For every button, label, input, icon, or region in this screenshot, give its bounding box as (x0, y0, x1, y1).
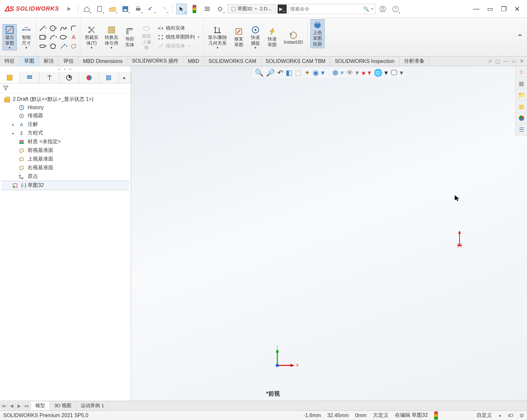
prev-view-icon[interactable]: ↶ (277, 69, 283, 77)
offset-entities-button[interactable]: 等距 实体 (123, 26, 137, 48)
select-button[interactable] (176, 4, 187, 14)
repair-sketch-button[interactable]: 修复 草图 (232, 26, 246, 48)
feature-manager-tab[interactable] (0, 72, 20, 83)
viewport[interactable]: 🔍 🔎 ↶ ◧ ⬚ ✦ ◉ ▾ ⬢ ▾ 👁 ▾ ● ▾ 🌐 ▾ 🖵 ▾ ⌂ ▦ … (131, 66, 527, 401)
tree-right-plane[interactable]: 右视基准面 (10, 163, 130, 172)
minimize-button[interactable]: — (473, 5, 479, 13)
tree-equations[interactable]: ▸Σ方程式 (10, 129, 130, 137)
home-button[interactable] (81, 4, 92, 14)
tab-motion-study[interactable]: 运动算例 1 (76, 401, 109, 410)
hide-show-icon[interactable]: ⬢ ▾ (332, 69, 344, 77)
tab-sketch[interactable]: 草图 (20, 57, 39, 66)
tab-annotate[interactable]: 标注 (39, 57, 59, 66)
tree-front-plane[interactable]: 前视基准面 (10, 146, 130, 155)
tree-sensors[interactable]: 传感器 (10, 111, 130, 120)
tree-root[interactable]: 2.Draft (默认<<默认>_显示状态 1>) (1, 95, 130, 104)
tab-evaluate[interactable]: 评估 (59, 57, 78, 66)
config-manager-tab[interactable] (40, 72, 59, 83)
instant3d-button[interactable]: Instant3D (282, 29, 305, 45)
tree-history[interactable]: History (10, 104, 130, 111)
panel-grip[interactable]: • • • (0, 66, 131, 72)
plane-tool[interactable] (70, 42, 77, 50)
options-button[interactable] (215, 4, 226, 14)
cam-manager-tab[interactable] (99, 72, 119, 83)
play-button[interactable] (64, 4, 75, 14)
file-explorer-icon[interactable]: 📁 (516, 89, 527, 101)
polygon-tool[interactable] (49, 42, 57, 50)
slot-tool[interactable]: ▾ (39, 42, 47, 50)
custom-props-icon[interactable]: ☰ (516, 124, 527, 136)
search-icon[interactable]: 🔍 (363, 6, 369, 12)
tab-prev-icon[interactable]: ◀ (8, 403, 15, 409)
save-button[interactable] (120, 4, 131, 14)
doc-min-icon[interactable]: — (503, 58, 508, 64)
scene-icon[interactable]: 🌐 ▾ (374, 69, 388, 77)
tab-features[interactable]: 特征 (0, 57, 20, 66)
text-tool[interactable]: A (70, 33, 77, 41)
spline-tool[interactable]: ▾ (59, 24, 67, 32)
close-button[interactable]: ✕ (514, 5, 520, 13)
linear-pattern-button[interactable]: 线性草图阵列▾ (156, 33, 201, 41)
line-tool[interactable]: ▾ (39, 24, 47, 32)
doc-max-icon[interactable]: ▭ (512, 58, 516, 64)
shaded-sketch-button[interactable]: 上色 草图 轮廓 (310, 19, 325, 48)
display-manager-tab[interactable] (79, 72, 99, 83)
help-button[interactable]: ? (390, 4, 401, 14)
section-view-icon[interactable]: ◧ (286, 69, 292, 77)
new-button[interactable] (94, 4, 105, 14)
rapid-sketch-button[interactable]: 快速 草图 (265, 26, 279, 48)
maximize-button[interactable]: ▭ (487, 5, 493, 13)
view-settings-icon[interactable]: 🖵 ▾ (390, 69, 403, 77)
circle-tool[interactable]: ▾ (49, 24, 57, 32)
doc-popout-icon[interactable]: ⬀ (488, 58, 492, 64)
print-button[interactable] (133, 4, 144, 14)
status-more-icon[interactable]: ⊙ (520, 412, 524, 418)
search-input[interactable] (290, 6, 363, 12)
mirror-button[interactable]: 镜向实体 (156, 24, 186, 32)
trim-button[interactable]: 剪裁实 体(T)▼ (83, 24, 100, 50)
tab-analysis-prep[interactable]: 分析准备 (399, 57, 429, 66)
point-tool[interactable]: ▾ (59, 42, 67, 50)
rebuild-button[interactable] (202, 4, 213, 14)
dynamic-annot-icon[interactable]: ⬚ (295, 69, 302, 77)
tab-sw-addins[interactable]: SOLIDWORKS 插件 (128, 57, 183, 66)
sw-resources-icon[interactable]: ⌂ (516, 66, 527, 78)
tab-mbd-dimensions[interactable]: MBD Dimensions (78, 57, 128, 66)
view-eye-icon[interactable]: 👁 ▾ (346, 69, 359, 77)
redo-button[interactable] (158, 4, 169, 14)
ellipse-tool[interactable]: ▾ (59, 33, 67, 41)
command-prompt-icon[interactable]: ▶_ (278, 4, 287, 13)
user-button[interactable] (377, 4, 388, 14)
restore-button[interactable]: ❐ (501, 5, 507, 13)
tab-sw-inspection[interactable]: SOLIDWORKS Inspection (330, 57, 399, 66)
exit-sketch-button[interactable]: 退出 草图 ▼ (3, 24, 17, 50)
tab-model[interactable]: 模型 (31, 401, 50, 410)
document-tab[interactable]: 草图32 ← 2.D… (228, 4, 276, 13)
doc-restore-icon[interactable]: ▢ (495, 58, 500, 64)
tree-origin[interactable]: 原点 (10, 172, 130, 181)
tab-sw-cam-tbm[interactable]: SOLIDWORKS CAM TBM (261, 57, 330, 66)
doc-close-icon[interactable]: ✕ (520, 58, 524, 64)
tree-material[interactable]: 材质 <未指定> (10, 137, 130, 146)
tree-top-plane[interactable]: 上视基准面 (10, 155, 130, 163)
appearances-icon[interactable] (516, 112, 527, 124)
tab-last-icon[interactable]: ⏭ (23, 403, 31, 409)
tab-next-icon[interactable]: ▶ (15, 403, 23, 409)
quick-snap-button[interactable]: 快速 捕捉▼ (248, 24, 263, 50)
rebuild-traffic-icon[interactable] (434, 411, 438, 420)
zoom-fit-icon[interactable]: 🔍 (255, 69, 264, 77)
property-manager-tab[interactable] (20, 72, 40, 83)
tab-first-icon[interactable]: ⏮ (0, 403, 8, 409)
status-tag-icon[interactable]: 🏷 (508, 413, 513, 418)
zoom-area-icon[interactable]: 🔎 (266, 69, 275, 77)
tree-annotations[interactable]: ▸A注解 (10, 120, 130, 129)
display-relations-button[interactable]: 显示/删除 几何关系▼ (206, 24, 229, 50)
fillet-tool[interactable] (70, 24, 77, 32)
tab-mbd[interactable]: MBD (183, 57, 204, 66)
rectangle-tool[interactable]: ▾ (39, 33, 47, 41)
display-style-icon[interactable]: ◉ ▾ (313, 69, 324, 77)
tree-filter[interactable] (0, 83, 131, 93)
view-palette-icon[interactable]: ▦ (516, 101, 527, 112)
status-custom[interactable]: 自定义 (477, 412, 492, 419)
smart-dimension-button[interactable]: 智能 尺寸 ▼ (19, 24, 33, 50)
